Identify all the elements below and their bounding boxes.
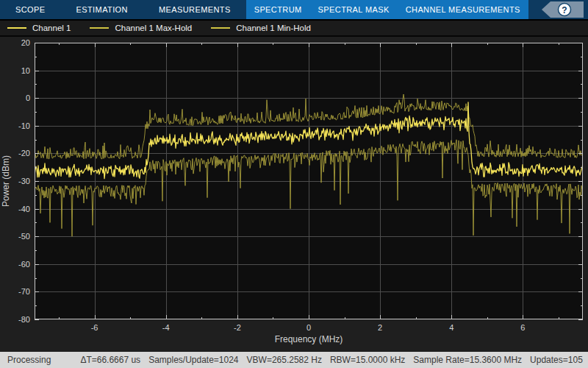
legend-swatch (211, 27, 230, 29)
legend-item-channel-1-min-hold[interactable]: Channel 1 Min-Hold (211, 24, 311, 32)
svg-text:-2: -2 (234, 323, 241, 332)
svg-text:-10: -10 (18, 121, 30, 130)
y-axis-label: Power (dBm) (1, 155, 11, 207)
status-field: Sample Rate=15.3600 MHz (413, 355, 522, 365)
x-axis-label: Frequency (MHz) (275, 334, 343, 344)
status-field: Samples/Update=1024 (148, 355, 238, 365)
status-fields: ΔT=66.6667 usSamples/Update=1024VBW=265.… (80, 355, 588, 365)
help-icon: ? (562, 5, 567, 15)
status-field: VBW=265.2582 Hz (247, 355, 322, 365)
svg-text:-50: -50 (18, 232, 30, 241)
tab-measurements[interactable]: MEASUREMENTS (143, 0, 246, 19)
status-state: Processing (7, 355, 51, 365)
svg-text:-30: -30 (18, 177, 30, 185)
legend-label: Channel 1 (32, 24, 71, 32)
spectrum-chart: -6-4-2024620100-10-20-30-40-50-60-70-80F… (0, 37, 588, 352)
svg-text:10: 10 (21, 66, 30, 75)
help-button[interactable]: ? (541, 1, 584, 18)
svg-text:-20: -20 (18, 149, 30, 158)
svg-text:-4: -4 (162, 323, 170, 332)
tabs-left: SCOPEESTIMATIONMEASUREMENTS (0, 0, 246, 19)
svg-text:-80: -80 (18, 315, 30, 324)
legend-item-channel-1-max-hold[interactable]: Channel 1 Max-Hold (90, 24, 192, 32)
legend-label: Channel 1 Min-Hold (236, 24, 311, 32)
svg-text:-70: -70 (18, 287, 30, 296)
status-field: ΔT=66.6667 us (80, 355, 140, 365)
tab-channel-measurements[interactable]: CHANNEL MEASUREMENTS (398, 0, 528, 19)
plot-panel: -6-4-2024620100-10-20-30-40-50-60-70-80F… (0, 37, 588, 352)
tab-scope[interactable]: SCOPE (0, 0, 61, 19)
status-field: RBW=15.0000 kHz (330, 355, 405, 365)
tab-spectral-mask[interactable]: SPECTRAL MASK (310, 0, 398, 19)
tabs-highlight-group: SPECTRUMSPECTRAL MASKCHANNEL MEASUREMENT… (246, 0, 528, 19)
svg-text:-40: -40 (18, 205, 30, 213)
svg-text:4: 4 (449, 323, 453, 332)
legend-label: Channel 1 Max-Hold (115, 24, 192, 32)
svg-text:-60: -60 (18, 260, 30, 269)
svg-text:6: 6 (520, 323, 525, 332)
svg-text:2: 2 (378, 323, 382, 332)
svg-text:20: 20 (21, 38, 30, 47)
status-field: Updates=105 (530, 355, 583, 365)
legend-swatch (90, 27, 109, 29)
tabbar-spacer (528, 0, 541, 19)
tab-estimation[interactable]: ESTIMATION (61, 0, 143, 19)
legend-item-channel-1[interactable]: Channel 1 (7, 24, 71, 32)
help-wrap: ? (541, 0, 588, 19)
legend-swatch (7, 27, 26, 29)
svg-text:-6: -6 (91, 323, 98, 332)
tab-spectrum[interactable]: SPECTRUM (246, 0, 310, 19)
tab-bar: SCOPEESTIMATIONMEASUREMENTS SPECTRUMSPEC… (0, 0, 588, 21)
legend: Channel 1Channel 1 Max-HoldChannel 1 Min… (0, 21, 588, 37)
spectrum-analyzer-window: SCOPEESTIMATIONMEASUREMENTS SPECTRUMSPEC… (0, 0, 588, 368)
svg-text:0: 0 (306, 323, 311, 332)
status-bar: Processing ΔT=66.6667 usSamples/Update=1… (0, 352, 588, 368)
svg-text:0: 0 (26, 93, 30, 102)
